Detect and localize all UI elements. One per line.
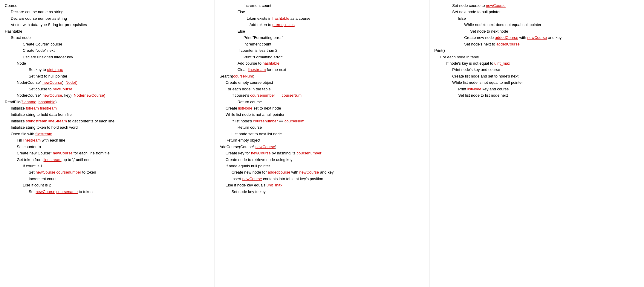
code-line: Course — [5, 2, 210, 9]
code-link[interactable]: coursename — [56, 189, 78, 194]
code-line: Return course — [220, 124, 425, 130]
code-line: Set list node to list node next — [434, 92, 639, 98]
code-line: AddCourse(Course* newCourse) — [220, 144, 425, 150]
code-link[interactable]: filename — [22, 100, 36, 104]
code-line: Declare course number as string — [5, 15, 210, 22]
code-link[interactable]: linestream — [23, 138, 41, 142]
code-line: Create Course* course — [5, 41, 210, 47]
code-link[interactable]: newCourse — [36, 170, 55, 174]
code-line: Node(Course* newCourse, key): Node(newCo… — [5, 92, 210, 98]
code-link[interactable]: newCourse — [256, 145, 275, 149]
code-line: Struct node — [5, 34, 210, 41]
code-link[interactable]: newCourse — [242, 177, 262, 181]
code-line: If token exists in hashtable as a course — [220, 15, 425, 22]
code-link[interactable]: coursenumber — [56, 170, 81, 174]
code-link[interactable]: courseNum — [282, 93, 302, 98]
code-line: Set next to null pointer — [5, 73, 210, 79]
code-line: Search(courseNum) — [220, 73, 425, 79]
code-line: Open file with filestream — [5, 131, 210, 137]
code-link[interactable]: courseNum — [233, 74, 253, 78]
code-line: Create new node for addedcourse with new… — [220, 169, 425, 175]
code-line: Get token from linestream up to ',' unti… — [5, 157, 210, 163]
code-line: If count is 1 — [5, 163, 210, 169]
code-link[interactable]: linestream — [248, 67, 266, 72]
code-link[interactable]: newCourse — [299, 170, 319, 174]
code-line: If node's key is not equal to uint_max — [434, 60, 639, 66]
code-link[interactable]: newCourse — [53, 87, 72, 91]
code-link[interactable]: newCourse — [42, 93, 62, 98]
code-line: Return empty object — [220, 137, 425, 143]
code-line: Initialize fstream filestream — [5, 105, 210, 111]
code-link[interactable]: hashtable — [273, 16, 289, 21]
code-link[interactable]: Node(newCourse) — [74, 93, 105, 98]
code-link[interactable]: hashtable — [263, 61, 279, 66]
code-line: If counter is less than 2 — [220, 47, 425, 54]
code-line: Declare unsigned integer key — [5, 54, 210, 60]
code-link[interactable]: uint_max — [47, 67, 63, 72]
code-link[interactable]: listNode — [238, 106, 252, 110]
code-line: While list node is not equal to null poi… — [434, 79, 639, 86]
code-line: Add token to prerequisites — [220, 22, 425, 28]
code-link[interactable]: newCourse — [53, 151, 73, 155]
code-line: Create node to retrieve node using key — [220, 157, 425, 163]
code-line: For each node in table — [434, 54, 639, 60]
code-line: Declare course name as string — [5, 9, 210, 15]
code-line: Set next node to null pointer — [434, 9, 639, 15]
code-line: Else — [220, 28, 425, 34]
code-line: Set newCourse coursenumber to token — [5, 169, 210, 175]
code-link[interactable]: addedCourse — [495, 35, 518, 40]
code-link[interactable]: filestream — [40, 106, 57, 110]
code-line: Print "Formatting error" — [220, 34, 425, 41]
code-line: Print listNode key and course — [434, 86, 639, 92]
code-line: If list node's coursenumber == courseNum — [220, 118, 425, 124]
code-line: Set course to newCourse — [5, 86, 210, 92]
code-line: Else — [434, 15, 639, 22]
code-link[interactable]: coursenumber — [296, 151, 321, 155]
code-line: Node — [5, 60, 210, 66]
code-line: Print node's key and course — [434, 66, 639, 73]
code-line: List node set to next list node — [220, 131, 425, 137]
column-3: Set node course to newCourseSet next nod… — [429, 0, 644, 287]
code-line: Vector with data type String for prerequ… — [5, 22, 210, 28]
code-line: Set node key to key — [220, 189, 425, 195]
code-link[interactable]: newCourse — [486, 3, 506, 8]
code-link[interactable]: hashtable — [39, 100, 55, 104]
code-link[interactable]: linestream — [44, 157, 62, 162]
code-line: Else — [220, 9, 425, 15]
code-link[interactable]: newCourse — [527, 35, 547, 40]
code-link[interactable]: Node() — [65, 80, 77, 85]
code-line: Create Node* next — [5, 47, 210, 54]
code-line: Fill linestream with each line — [5, 137, 210, 143]
code-line: Else if node key equals unit_max — [220, 182, 425, 188]
code-link[interactable]: filestream — [35, 132, 52, 136]
code-link[interactable]: unit_max — [267, 183, 282, 187]
code-link[interactable]: stringstream — [26, 119, 48, 123]
code-line: Add course to hashtable — [220, 60, 425, 66]
code-line: Set node's next to addedCourse — [434, 41, 639, 47]
code-link[interactable]: addedCourse — [496, 42, 520, 46]
code-line: Print "Formatting error" — [220, 54, 425, 60]
code-line: If node equals null pointer — [220, 163, 425, 169]
code-link[interactable]: coursenumber — [253, 119, 278, 123]
code-link[interactable]: prerequisites — [272, 22, 294, 27]
code-link[interactable]: fstream — [26, 106, 39, 110]
code-link[interactable]: newCourse — [42, 80, 62, 85]
code-line: Create key for newCourse by hashing its … — [220, 150, 425, 156]
code-line: Print() — [434, 47, 639, 54]
code-line: Return course — [220, 99, 425, 105]
code-line: Increment count — [5, 176, 210, 182]
code-line: Set newCourse coursename to token — [5, 189, 210, 195]
code-link[interactable]: listNode — [467, 87, 481, 91]
code-link[interactable]: newCourse — [251, 151, 271, 155]
code-link[interactable]: courseNum — [284, 119, 304, 123]
code-line: Else if count is 2 — [5, 182, 210, 188]
code-link[interactable]: addedcourse — [268, 170, 290, 174]
code-line: Initialize string to hold data from file — [5, 111, 210, 118]
code-line: Create listNode set to next node — [220, 105, 425, 111]
code-line: Create list node and set to node's next — [434, 73, 639, 79]
code-link[interactable]: newCourse — [36, 189, 55, 194]
code-link[interactable]: lineStream — [48, 119, 67, 123]
code-link[interactable]: coursenumber — [250, 93, 275, 98]
code-line: Node(Course* newCourse): Node() — [5, 79, 210, 86]
code-link[interactable]: uint_max — [494, 61, 510, 66]
